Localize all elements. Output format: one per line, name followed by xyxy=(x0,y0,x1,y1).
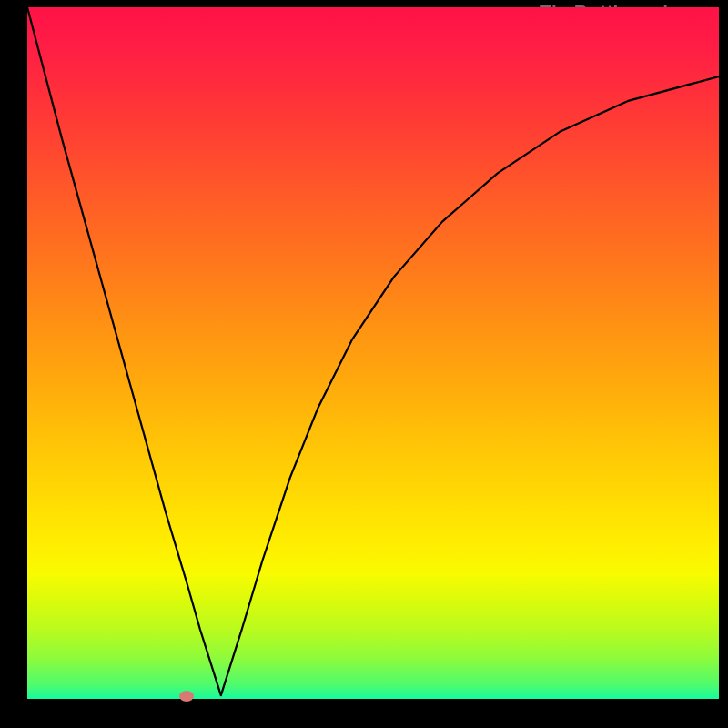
chart-canvas: TheBottleneck.com xyxy=(0,0,728,728)
plot-area xyxy=(27,7,719,699)
minimum-marker xyxy=(179,691,194,702)
bottleneck-curve-path xyxy=(27,7,719,695)
curve-svg xyxy=(27,7,719,699)
